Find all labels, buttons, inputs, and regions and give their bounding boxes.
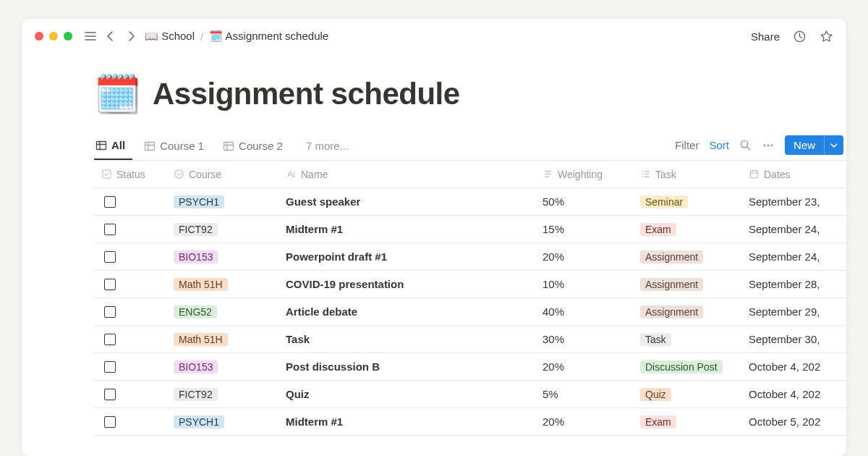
maximize-window-dot[interactable]: [64, 32, 72, 41]
cell-dates: October 4, 202: [741, 388, 846, 400]
new-button-main[interactable]: New: [785, 135, 824, 155]
back-icon[interactable]: [104, 30, 117, 43]
breadcrumb-icon: 🗓️: [209, 30, 223, 42]
cell-weighting: 20%: [535, 360, 633, 373]
list-icon: [640, 169, 651, 180]
table-row[interactable]: BIO153Post discussion B20%Discussion Pos…: [94, 353, 846, 381]
course-tag[interactable]: BIO153: [174, 250, 218, 263]
task-tag[interactable]: Assignment: [640, 305, 703, 318]
status-checkbox[interactable]: [104, 306, 116, 318]
col-header-label: Course: [189, 169, 221, 180]
table-row[interactable]: ENG52Article debate40%AssignmentSeptembe…: [94, 298, 846, 326]
task-tag[interactable]: Quiz: [640, 388, 671, 401]
status-checkbox[interactable]: [104, 279, 116, 290]
forward-icon[interactable]: [124, 30, 137, 43]
cell-status: [94, 279, 166, 290]
cell-dates: October 4, 202: [741, 360, 846, 373]
cell-weighting: 15%: [535, 223, 633, 235]
cell-name[interactable]: Task: [278, 333, 535, 345]
clock-icon[interactable]: [793, 30, 807, 43]
cell-name[interactable]: Midterm #1: [278, 415, 535, 428]
cell-name[interactable]: Guest speaker: [278, 195, 535, 208]
status-checkbox[interactable]: [104, 416, 116, 428]
topbar: 📖 School / 🗓️ Assignment schedule Share: [22, 19, 846, 54]
cell-task: Quiz: [633, 388, 741, 401]
view-tab-course2[interactable]: Course 2: [221, 135, 290, 159]
status-checkbox[interactable]: [104, 389, 116, 400]
task-tag[interactable]: Discussion Post: [640, 360, 723, 373]
table-row[interactable]: FICT92Quiz5%QuizOctober 4, 202: [94, 381, 846, 408]
sort-button[interactable]: Sort: [709, 139, 729, 151]
course-tag[interactable]: PSYCH1: [174, 195, 224, 208]
breadcrumb-item-school[interactable]: 📖 School: [145, 30, 195, 43]
table-row[interactable]: BIO153Powerpoint draft #120%AssignmentSe…: [94, 243, 846, 271]
table-row[interactable]: PSYCH1Guest speaker50%SeminarSeptember 2…: [94, 188, 846, 216]
table-row[interactable]: PSYCH1Midterm #120%ExamOctober 5, 202: [94, 408, 846, 436]
table-row[interactable]: Math 51HCOVID-19 presentation10%Assignme…: [94, 271, 846, 298]
more-views-button[interactable]: 7 more...: [300, 135, 354, 159]
cell-name[interactable]: Powerpoint draft #1: [278, 250, 535, 263]
course-tag[interactable]: PSYCH1: [174, 415, 224, 428]
star-icon[interactable]: [820, 30, 833, 43]
col-header-course[interactable]: Course: [166, 169, 278, 180]
breadcrumb-item-assignment[interactable]: 🗓️ Assignment schedule: [209, 30, 328, 43]
col-header-name[interactable]: Name: [278, 169, 535, 180]
cell-name[interactable]: Article debate: [278, 305, 535, 318]
table-row[interactable]: FICT92Midterm #115%ExamSeptember 24,: [94, 216, 846, 243]
checkbox-icon: [101, 169, 112, 180]
table-icon: [95, 140, 107, 151]
view-tab-label: All: [111, 139, 125, 151]
status-checkbox[interactable]: [104, 224, 116, 235]
col-header-dates[interactable]: Dates: [741, 169, 846, 180]
task-tag[interactable]: Task: [640, 333, 671, 346]
status-checkbox[interactable]: [104, 334, 116, 345]
cell-name[interactable]: Midterm #1: [278, 223, 535, 235]
filter-button[interactable]: Filter: [675, 139, 699, 151]
task-tag[interactable]: Assignment: [640, 250, 703, 263]
hamburger-icon[interactable]: [84, 30, 97, 43]
col-header-label: Weighting: [558, 169, 603, 180]
view-tab-course1[interactable]: Course 1: [142, 135, 211, 159]
more-icon[interactable]: [762, 139, 775, 152]
table-row[interactable]: Math 51HTask30%TaskSeptember 30,: [94, 326, 846, 353]
views-tabs-row: All Course 1 Course 2 7 more... Filter S…: [94, 135, 846, 161]
view-tab-label: Course 2: [239, 140, 283, 152]
status-checkbox[interactable]: [104, 196, 116, 208]
cell-task: Assignment: [633, 278, 741, 291]
cell-name[interactable]: COVID-19 presentation: [278, 278, 535, 290]
status-checkbox[interactable]: [104, 251, 116, 263]
minimize-window-dot[interactable]: [49, 32, 58, 41]
search-icon[interactable]: [739, 139, 752, 151]
course-tag[interactable]: Math 51H: [174, 278, 228, 291]
col-header-task[interactable]: Task: [633, 169, 741, 180]
cell-name[interactable]: Quiz: [278, 388, 535, 400]
course-tag[interactable]: FICT92: [174, 223, 218, 236]
task-tag[interactable]: Exam: [640, 223, 676, 236]
cell-name[interactable]: Post discussion B: [278, 360, 535, 373]
status-checkbox[interactable]: [104, 361, 116, 373]
page-title[interactable]: Assignment schedule: [153, 77, 460, 111]
view-tab-all[interactable]: All: [94, 135, 132, 160]
course-tag[interactable]: FICT92: [174, 388, 218, 401]
cell-dates: September 23,: [741, 195, 846, 208]
course-tag[interactable]: ENG52: [174, 305, 217, 318]
cell-status: [94, 196, 166, 208]
cell-task: Task: [633, 333, 741, 346]
cell-status: [94, 224, 166, 235]
course-tag[interactable]: Math 51H: [174, 333, 228, 346]
share-button[interactable]: Share: [751, 30, 780, 43]
task-tag[interactable]: Assignment: [640, 278, 703, 291]
svg-rect-8: [103, 170, 111, 178]
close-window-dot[interactable]: [35, 32, 43, 41]
page-emoji[interactable]: 🗓️: [94, 75, 141, 113]
col-header-label: Name: [301, 169, 328, 180]
cell-weighting: 40%: [535, 305, 633, 318]
col-header-weighting[interactable]: Weighting: [535, 169, 633, 180]
cell-dates: September 30,: [741, 333, 846, 345]
col-header-status[interactable]: Status: [94, 169, 166, 180]
task-tag[interactable]: Exam: [640, 415, 676, 428]
new-button-chevron[interactable]: [824, 135, 843, 155]
page-header: 🗓️ Assignment schedule: [94, 75, 846, 113]
task-tag[interactable]: Seminar: [640, 195, 688, 208]
course-tag[interactable]: BIO153: [174, 360, 218, 373]
